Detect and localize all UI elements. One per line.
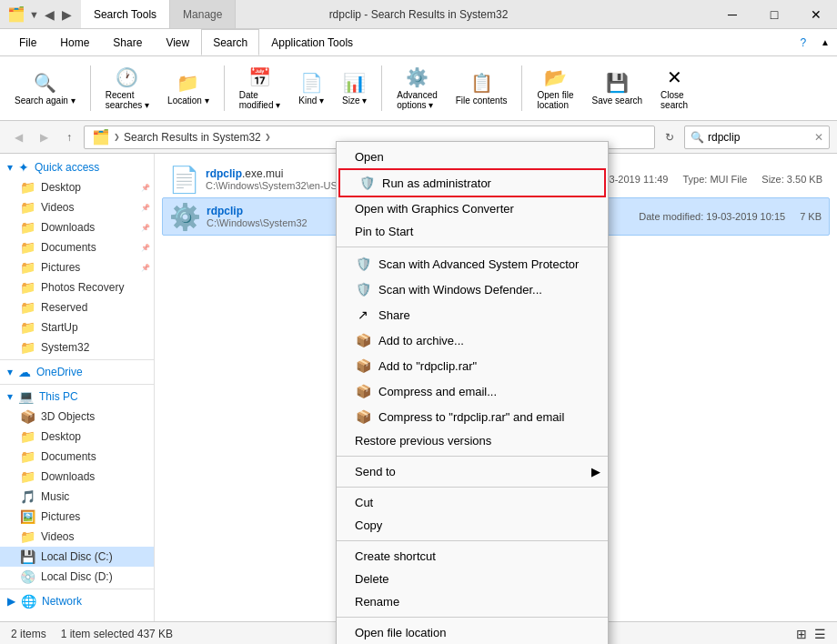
grid-view-icon[interactable]: ⊞ [796, 627, 807, 641]
search-clear-icon[interactable]: ✕ [814, 131, 823, 144]
file-icon-1: 📄 [169, 165, 198, 194]
ctx-compress-email[interactable]: 📦 Compress and email... [337, 378, 608, 404]
folder-icon: 📁 [20, 529, 35, 544]
ctx-pin-start[interactable]: Pin to Start [337, 220, 608, 243]
search-input[interactable] [708, 131, 811, 144]
ribbon-date[interactable]: 📅 Datemodified ▾ [232, 63, 288, 114]
music-icon: 🎵 [20, 489, 35, 504]
close-search-icon: ✕ [667, 66, 682, 88]
sidebar-item-system32[interactable]: 📁 System32 [0, 337, 154, 357]
ctx-sep-4 [337, 540, 608, 541]
folder-icon: 📁 [20, 180, 35, 195]
chevron-icon: ▾ [7, 366, 13, 378]
sidebar-item-desktop[interactable]: 📁 Desktop [0, 177, 154, 197]
sidebar-item-local-disc-c[interactable]: 💾 Local Disc (C:) [0, 547, 154, 567]
tab-search[interactable]: Search [201, 29, 259, 55]
sidebar: ▾ ✦ Quick access 📁 Desktop 📁 Videos 📁 Do… [0, 154, 155, 621]
ribbon-close-search[interactable]: ✕ Closesearch [653, 63, 695, 114]
sidebar-item-downloads[interactable]: 📁 Downloads [0, 217, 154, 237]
thispc-header[interactable]: ▾ 💻 This PC [0, 387, 154, 407]
sidebar-item-pictures[interactable]: 📁 Pictures [0, 257, 154, 277]
ribbon-size[interactable]: 📊 Size ▾ [335, 68, 374, 109]
ctx-scan-defender[interactable]: 🛡️ Scan with Windows Defender... [337, 277, 608, 302]
ribbon-file-contents[interactable]: 📋 File contents [449, 68, 515, 109]
ctx-restore[interactable]: Restore previous versions [337, 429, 608, 452]
maximize-button[interactable]: □ [753, 0, 795, 29]
refresh-button[interactable]: ↻ [659, 126, 681, 149]
ribbon-save-search[interactable]: 💾 Save search [585, 68, 650, 109]
folder-icon: 📁 [20, 240, 35, 255]
list-view-icon[interactable]: ☰ [814, 627, 826, 641]
tab-view[interactable]: View [154, 29, 201, 55]
sidebar-item-videos[interactable]: 📁 Videos [0, 197, 154, 217]
ctx-open[interactable]: Open [337, 146, 608, 168]
quick-access-star: ✦ [18, 160, 29, 175]
ctx-scan-advanced[interactable]: 🛡️ Scan with Advanced System Protector [337, 251, 608, 277]
minimize-button[interactable]: ─ [711, 0, 753, 29]
ribbon-kind[interactable]: 📄 Kind ▾ [291, 68, 331, 109]
ctx-open-with[interactable]: Open with Graphics Converter [337, 197, 608, 220]
search-box[interactable]: 🔍 ✕ [684, 126, 830, 149]
ctx-open-file-location[interactable]: Open file location [337, 621, 608, 644]
ctx-compress-rar-email[interactable]: 📦 Compress to "rdpclip.rar" and email [337, 404, 608, 429]
submenu-arrow: ▶ [591, 465, 600, 478]
ctx-add-rar[interactable]: 📦 Add to "rdpclip.rar" [337, 353, 608, 378]
tab-file[interactable]: File [7, 29, 48, 55]
sidebar-item-documents-pc[interactable]: 📁 Documents [0, 447, 154, 467]
tab-application-tools[interactable]: Application Tools [259, 29, 365, 55]
sidebar-item-3d-objects[interactable]: 📦 3D Objects [0, 407, 154, 427]
ribbon-advanced[interactable]: ⚙️ Advancedoptions ▾ [389, 63, 444, 114]
ctx-send-to[interactable]: Send to ▶ [337, 460, 608, 483]
ctx-create-shortcut[interactable]: Create shortcut [337, 545, 608, 568]
advanced-icon: ⚙️ [406, 66, 429, 88]
manage-tab[interactable]: Manage [170, 0, 236, 28]
ctx-rename[interactable]: Rename [337, 590, 608, 613]
sidebar-item-local-disc-d[interactable]: 💿 Local Disc (D:) [0, 567, 154, 587]
chevron-icon: ▶ [7, 595, 15, 608]
ctx-add-archive[interactable]: 📦 Add to archive... [337, 327, 608, 353]
ribbon-content: 🔍 Search again ▾ 🕐 Recentsearches ▾ 📁 Lo… [0, 56, 837, 120]
ctx-copy[interactable]: Copy [337, 514, 608, 537]
sidebar-item-music[interactable]: 🎵 Music [0, 487, 154, 507]
ctx-run-as-admin[interactable]: 🛡️ Run as administrator [338, 168, 606, 197]
up-button[interactable]: ↑ [58, 126, 80, 148]
ctx-rename-label: Rename [355, 595, 399, 609]
sidebar-item-downloads-pc[interactable]: 📁 Downloads [0, 467, 154, 487]
ctx-delete[interactable]: Delete [337, 568, 608, 590]
search-tools-tab[interactable]: Search Tools [81, 0, 170, 28]
sidebar-item-pictures-pc[interactable]: 🖼️ Pictures [0, 507, 154, 527]
close-button[interactable]: ✕ [795, 0, 837, 29]
folder-icon: 📁 [20, 429, 35, 444]
quick-access-header[interactable]: ▾ ✦ Quick access [0, 157, 154, 177]
sidebar-item-videos-pc[interactable]: 📁 Videos [0, 527, 154, 547]
ribbon-location[interactable]: 📁 Location ▾ [160, 68, 217, 109]
sidebar-item-documents[interactable]: 📁 Documents [0, 237, 154, 257]
ribbon-tab-spacer [365, 29, 792, 55]
ribbon-recent-searches[interactable]: 🕐 Recentsearches ▾ [98, 63, 156, 114]
item-count: 2 items [11, 628, 46, 640]
ribbon-tabs: File Home Share View Search Application … [0, 29, 837, 56]
tab-share[interactable]: Share [101, 29, 154, 55]
file-icon: 📋 [470, 72, 493, 94]
sidebar-item-photos-recovery[interactable]: 📁 Photos Recovery [0, 277, 154, 297]
ribbon-collapse[interactable]: ▲ [813, 29, 837, 55]
onedrive-header[interactable]: ▾ ☁ OneDrive [0, 362, 154, 382]
ribbon-help[interactable]: ? [792, 29, 813, 55]
forward-button[interactable]: ▶ [33, 126, 55, 148]
folder-icon: 📁 [20, 300, 35, 315]
ctx-cut[interactable]: Cut [337, 491, 608, 514]
network-section: ▶ 🌐 Network [0, 591, 154, 611]
sidebar-item-reserved[interactable]: 📁 Reserved [0, 297, 154, 317]
document-icon: 📄 [168, 165, 200, 195]
ribbon-sep-4 [521, 65, 522, 111]
ctx-share[interactable]: ↗ Share [337, 302, 608, 327]
back-button[interactable]: ◀ [7, 126, 29, 148]
shield-icon: 🛡️ [358, 175, 375, 191]
ribbon-search-again[interactable]: 🔍 Search again ▾ [7, 68, 83, 109]
sidebar-item-desktop-pc[interactable]: 📁 Desktop [0, 427, 154, 447]
network-header[interactable]: ▶ 🌐 Network [0, 591, 154, 611]
tab-home[interactable]: Home [48, 29, 101, 55]
ribbon-open-folder[interactable]: 📂 Open filelocation [529, 63, 580, 114]
sidebar-item-startup[interactable]: 📁 StartUp [0, 317, 154, 337]
ribbon-sep-3 [381, 65, 382, 111]
